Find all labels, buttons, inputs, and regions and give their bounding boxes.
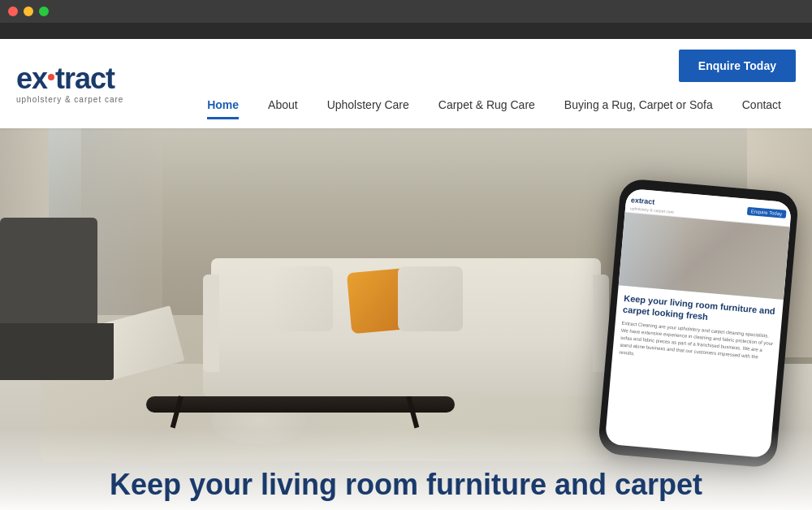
minimize-button[interactable]	[24, 6, 33, 16]
nav-carpet-rug-care[interactable]: Carpet & Rug Care	[424, 92, 550, 118]
close-button[interactable]	[8, 6, 18, 16]
hero-heading: Keep your living room furniture and carp…	[110, 468, 702, 502]
logo-ex: ex	[16, 62, 47, 95]
mobile-device-mockup: extract upholstery & carpet care Enquire…	[598, 178, 800, 469]
mobile-body-text: Extract Cleaning are your upholstery and…	[619, 319, 774, 369]
mobile-content: Keep your living room furniture and carp…	[611, 285, 783, 376]
chair-seat	[0, 323, 114, 380]
main-nav: Home About Upholstery Care Carpet & Rug …	[192, 92, 796, 118]
sofa	[203, 258, 609, 396]
webpage: extract upholstery & carpet care Enquire…	[0, 39, 812, 510]
maximize-button[interactable]	[39, 6, 49, 16]
mobile-hero-image	[619, 213, 790, 300]
nav-home[interactable]: Home	[192, 92, 253, 118]
logo-subtitle: upholstery & carpet care	[16, 95, 123, 104]
mobile-cta-button: Enquire Today	[747, 206, 787, 218]
chair	[0, 218, 114, 380]
sofa-arm-left	[203, 274, 219, 372]
pillow-cream-2	[268, 266, 333, 331]
nav-buying-guide[interactable]: Buying a Rug, Carpet or Sofa	[550, 92, 728, 118]
chair-back	[0, 218, 97, 323]
hero-heading-text2: furniture and carpet	[426, 468, 702, 501]
mobile-subtitle: upholstery & carpet care	[630, 205, 675, 214]
mobile-logo: extract upholstery & carpet care	[630, 191, 676, 214]
nav-upholstery-care[interactable]: Upholstery Care	[313, 92, 424, 118]
nav-contact[interactable]: Contact	[728, 92, 796, 118]
hero-heading-text: Keep your living room	[110, 468, 418, 501]
enquire-button[interactable]: Enquire Today	[679, 50, 796, 82]
pillow-cream-1	[398, 266, 463, 331]
mobile-image-overlay	[619, 213, 691, 292]
nav-and-button: Enquire Today Home About Upholstery Care…	[192, 50, 796, 118]
header: extract upholstery & carpet care Enquire…	[0, 39, 812, 128]
title-bar	[0, 0, 812, 23]
browser-chrome	[0, 23, 812, 39]
sofa-seat	[203, 339, 609, 396]
mobile-screen: extract upholstery & carpet care Enquire…	[605, 188, 793, 459]
logo: extract	[16, 64, 114, 93]
hero-section: extract upholstery & carpet care Enquire…	[0, 128, 812, 510]
logo-tract: tract	[55, 62, 114, 95]
hero-bottom-overlay: Keep your living room furniture and carp…	[0, 429, 812, 510]
nav-about[interactable]: About	[253, 92, 313, 118]
logo-dot	[48, 74, 54, 80]
logo-area[interactable]: extract upholstery & carpet care	[16, 64, 123, 104]
